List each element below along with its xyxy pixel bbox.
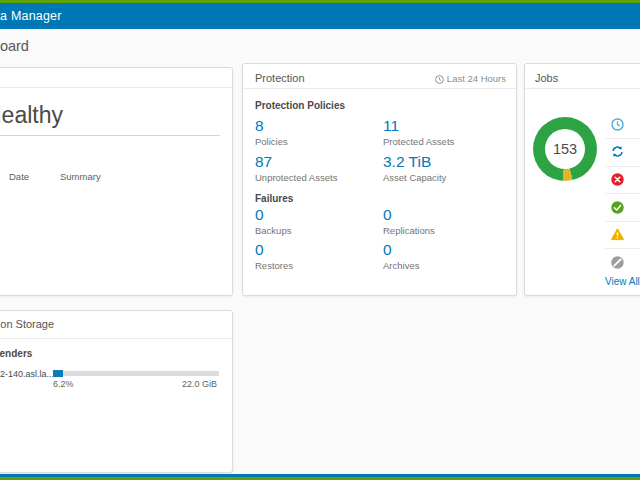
metric-unprotected-assets-label: Unprotected Assets bbox=[255, 172, 337, 183]
jobs-view-all-link[interactable]: View All bbox=[605, 276, 640, 287]
health-col-date: Date bbox=[9, 171, 29, 182]
metric-failed-restores-value[interactable]: 0 bbox=[255, 241, 293, 258]
jobs-pending-icon[interactable] bbox=[611, 118, 624, 131]
protection-policies-section-title: Protection Policies bbox=[255, 100, 345, 111]
metric-unprotected-assets-value[interactable]: 87 bbox=[255, 153, 337, 170]
time-filter-label: Last 24 Hours bbox=[447, 73, 506, 84]
jobs-card: Jobs 153 bbox=[524, 63, 640, 296]
metric-protected-assets-value[interactable]: 11 bbox=[383, 117, 454, 134]
jobs-total-count: 153 bbox=[553, 141, 577, 157]
metric-failed-restores-label: Restores bbox=[255, 260, 293, 271]
jobs-row-divider bbox=[605, 221, 640, 222]
jobs-in-progress-icon[interactable] bbox=[611, 145, 624, 158]
page-title: Dashboard bbox=[0, 38, 29, 54]
storage-header-divider bbox=[0, 338, 232, 339]
storage-system-name[interactable]: 2-140.asl.la... bbox=[0, 369, 54, 379]
metric-failed-backups-label: Backups bbox=[255, 225, 291, 236]
protection-storage-card: Protection Storage Extenders 2-140.asl.l… bbox=[0, 310, 233, 473]
metric-failed-archives-label: Archives bbox=[383, 260, 419, 271]
storage-usage-bar bbox=[53, 371, 219, 376]
metric-asset-capacity: 3.2 TiB Asset Capacity bbox=[383, 153, 446, 183]
jobs-donut-chart[interactable]: 153 bbox=[533, 117, 597, 181]
jobs-cancelled-icon[interactable] bbox=[611, 256, 624, 269]
storage-usage-bar-fill bbox=[53, 370, 63, 377]
metric-failed-backups: 0 Backups bbox=[255, 206, 291, 236]
jobs-failed-icon[interactable] bbox=[611, 173, 624, 186]
app-title: Data Manager bbox=[0, 9, 62, 23]
health-header-divider bbox=[0, 87, 232, 88]
health-status-divider bbox=[0, 135, 220, 136]
time-filter: Last 24 Hours bbox=[435, 73, 506, 84]
metric-failed-backups-value[interactable]: 0 bbox=[255, 206, 291, 223]
jobs-row-divider bbox=[605, 166, 640, 167]
jobs-row-divider bbox=[605, 193, 640, 194]
metric-failed-replications-value[interactable]: 0 bbox=[383, 206, 435, 223]
jobs-card-title: Jobs bbox=[535, 72, 558, 84]
clock-icon bbox=[435, 75, 444, 84]
jobs-header-divider bbox=[525, 88, 640, 89]
metric-policies-value[interactable]: 8 bbox=[255, 117, 288, 134]
metric-protected-assets-label: Protected Assets bbox=[383, 136, 454, 147]
metric-unprotected-assets: 87 Unprotected Assets bbox=[255, 153, 337, 183]
storage-used-percent: 6.2% bbox=[53, 379, 74, 389]
health-card: Healthy Date Summary bbox=[0, 67, 233, 296]
metric-asset-capacity-value[interactable]: 3.2 TiB bbox=[383, 153, 446, 170]
dashboard-screen: Data Manager Dashboard Healthy Date Summ… bbox=[0, 0, 640, 480]
storage-group-label: Extenders bbox=[0, 348, 32, 359]
jobs-warning-icon[interactable] bbox=[611, 228, 624, 241]
metric-failed-replications-label: Replications bbox=[383, 225, 435, 236]
health-col-summary: Summary bbox=[60, 171, 101, 182]
failures-section-title: Failures bbox=[255, 193, 293, 204]
metric-failed-archives-value[interactable]: 0 bbox=[383, 241, 419, 258]
protection-card: Protection Last 24 Hours Protection Poli… bbox=[242, 63, 517, 296]
protection-header-divider bbox=[243, 88, 516, 89]
metric-asset-capacity-label: Asset Capacity bbox=[383, 172, 446, 183]
metric-protected-assets: 11 Protected Assets bbox=[383, 117, 454, 147]
jobs-completed-icon[interactable] bbox=[611, 201, 624, 214]
metric-failed-restores: 0 Restores bbox=[255, 241, 293, 271]
protection-card-title: Protection bbox=[255, 72, 305, 84]
metric-failed-replications: 0 Replications bbox=[383, 206, 435, 236]
jobs-row-divider bbox=[605, 248, 640, 249]
jobs-row-divider bbox=[605, 138, 640, 139]
storage-total-capacity: 22.0 GiB bbox=[182, 379, 217, 389]
app-header: Data Manager bbox=[0, 3, 640, 29]
metric-failed-archives: 0 Archives bbox=[383, 241, 419, 271]
protection-storage-card-title: Protection Storage bbox=[0, 318, 54, 330]
metric-policies-label: Policies bbox=[255, 136, 288, 147]
health-status-text: Healthy bbox=[0, 102, 63, 129]
metric-policies: 8 Policies bbox=[255, 117, 288, 147]
